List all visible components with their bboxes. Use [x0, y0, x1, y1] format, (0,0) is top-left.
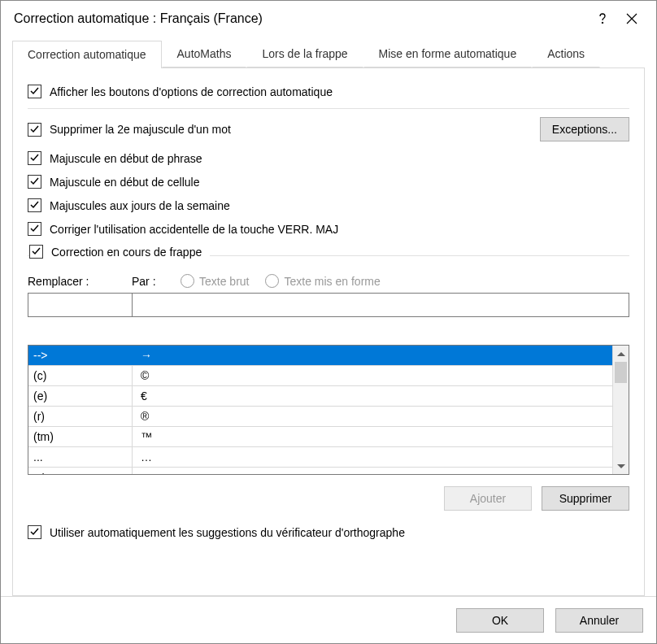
- cell-to: ®: [133, 407, 612, 426]
- label-cap-days: Majuscules aux jours de la semaine: [50, 199, 230, 212]
- checkbox-cap-sentence[interactable]: [28, 151, 41, 165]
- tab-panel: Afficher les boutons d'options de correc…: [12, 68, 645, 596]
- table-row[interactable]: :-( *: [28, 468, 612, 474]
- cell-from: (tm): [28, 427, 133, 446]
- cell-to: €: [133, 386, 612, 406]
- autocorrect-dialog: Correction automatique : Français (Franc…: [0, 0, 657, 644]
- close-button[interactable]: [617, 4, 646, 33]
- tab-autocorrect[interactable]: Correction automatique: [12, 41, 162, 68]
- table-row[interactable]: (tm) ™: [28, 427, 612, 447]
- label-caps-lock: Corriger l'utilisation accidentelle de l…: [50, 223, 338, 236]
- fieldset-border: Correction en cours de frappe: [28, 255, 629, 256]
- cell-to: ™: [133, 427, 612, 446]
- option-second-cap: Supprimer la 2e majuscule d'un mot Excep…: [28, 117, 629, 141]
- radio-plain-text[interactable]: [181, 274, 194, 288]
- help-button[interactable]: [588, 4, 617, 33]
- option-cap-days: Majuscules aux jours de la semaine: [28, 198, 629, 212]
- radio-formatted-text-group: Texte mis en forme: [265, 274, 380, 288]
- option-cap-cell: Majuscule en début de cellule: [28, 175, 629, 189]
- dialog-title: Correction automatique : Français (Franc…: [14, 11, 588, 26]
- cell-from: (e): [28, 386, 133, 406]
- option-show-buttons: Afficher les boutons d'options de correc…: [28, 85, 629, 98]
- table-row[interactable]: (e) €: [28, 386, 612, 407]
- replace-input[interactable]: [28, 293, 132, 317]
- label-cap-cell: Majuscule en début de cellule: [50, 176, 199, 189]
- cell-from: (r): [28, 407, 133, 426]
- by-label: Par :: [132, 275, 181, 288]
- option-use-spellcheck: Utiliser automatiquement les suggestions…: [28, 525, 629, 539]
- tab-autoformat[interactable]: Mise en forme automatique: [363, 40, 533, 67]
- checkbox-use-spellcheck[interactable]: [28, 525, 41, 539]
- cell-to: →: [133, 346, 612, 365]
- with-input[interactable]: [132, 293, 629, 317]
- cell-from: :-(: [28, 468, 133, 474]
- cell-from: (c): [28, 366, 133, 385]
- title-bar: Correction automatique : Français (Franc…: [1, 1, 656, 37]
- chevron-up-icon: [617, 352, 625, 356]
- scroll-down-button[interactable]: [613, 458, 629, 474]
- svg-point-0: [602, 22, 603, 24]
- add-delete-row: Ajouter Supprimer: [28, 486, 629, 511]
- table-row[interactable]: (r) ®: [28, 407, 612, 427]
- checkbox-caps-lock[interactable]: [28, 222, 41, 236]
- scroll-up-button[interactable]: [613, 346, 629, 362]
- chevron-down-icon: [617, 464, 625, 468]
- radio-formatted-text-label: Texte mis en forme: [284, 275, 380, 288]
- cell-to: *: [133, 468, 612, 474]
- fieldset-legend: Correction en cours de frappe: [29, 245, 210, 259]
- ok-button[interactable]: OK: [456, 608, 544, 633]
- dialog-footer: OK Annuler: [1, 596, 656, 643]
- radio-formatted-text[interactable]: [265, 274, 279, 288]
- exceptions-button[interactable]: Exceptions...: [540, 117, 629, 141]
- cancel-button[interactable]: Annuler: [555, 608, 643, 633]
- cell-to: …: [133, 447, 612, 467]
- tab-actions[interactable]: Actions: [532, 40, 600, 67]
- separator: [28, 108, 629, 109]
- label-second-cap: Supprimer la 2e majuscule d'un mot: [50, 123, 231, 136]
- tab-as-you-type[interactable]: Lors de la frappe: [246, 40, 363, 67]
- replace-inputs: [28, 293, 629, 317]
- add-button[interactable]: Ajouter: [444, 486, 532, 511]
- option-caps-lock: Corriger l'utilisation accidentelle de l…: [28, 222, 629, 236]
- tab-bar: Correction automatique AutoMaths Lors de…: [12, 40, 645, 68]
- replace-section: Correction en cours de frappe Remplacer …: [28, 255, 629, 539]
- checkbox-cap-days[interactable]: [28, 198, 41, 212]
- scrollbar[interactable]: [612, 346, 629, 474]
- scroll-track[interactable]: [613, 383, 629, 458]
- replace-header: Remplacer : Par : Texte brut Texte mis e…: [28, 274, 629, 288]
- cell-from: ...: [28, 447, 133, 467]
- label-replace-as-type: Correction en cours de frappe: [51, 246, 202, 259]
- checkbox-show-buttons[interactable]: [28, 85, 41, 98]
- tab-automaths[interactable]: AutoMaths: [162, 40, 247, 67]
- cell-from: -->: [28, 346, 133, 365]
- scroll-thumb[interactable]: [615, 362, 627, 383]
- table-row[interactable]: --> →: [28, 346, 612, 366]
- option-cap-sentence: Majuscule en début de phrase: [28, 151, 629, 165]
- replace-label: Remplacer :: [28, 275, 132, 288]
- autocorrect-table: --> → (c) © (e) € (r) ®: [28, 345, 629, 475]
- label-show-buttons: Afficher les boutons d'options de correc…: [50, 85, 333, 98]
- cell-to: ©: [133, 366, 612, 385]
- table-body[interactable]: --> → (c) © (e) € (r) ®: [28, 346, 612, 474]
- delete-button[interactable]: Supprimer: [542, 486, 629, 511]
- radio-plain-text-group: Texte brut: [181, 274, 249, 288]
- label-use-spellcheck: Utiliser automatiquement les suggestions…: [50, 526, 405, 539]
- checkbox-cap-cell[interactable]: [28, 175, 41, 189]
- radio-plain-text-label: Texte brut: [199, 275, 249, 288]
- checkbox-replace-as-type[interactable]: [29, 245, 43, 259]
- checkbox-second-cap[interactable]: [28, 123, 41, 137]
- table-row[interactable]: ... …: [28, 447, 612, 468]
- table-row[interactable]: (c) ©: [28, 366, 612, 386]
- dialog-content: Correction automatique AutoMaths Lors de…: [1, 37, 656, 596]
- label-cap-sentence: Majuscule en début de phrase: [50, 152, 202, 165]
